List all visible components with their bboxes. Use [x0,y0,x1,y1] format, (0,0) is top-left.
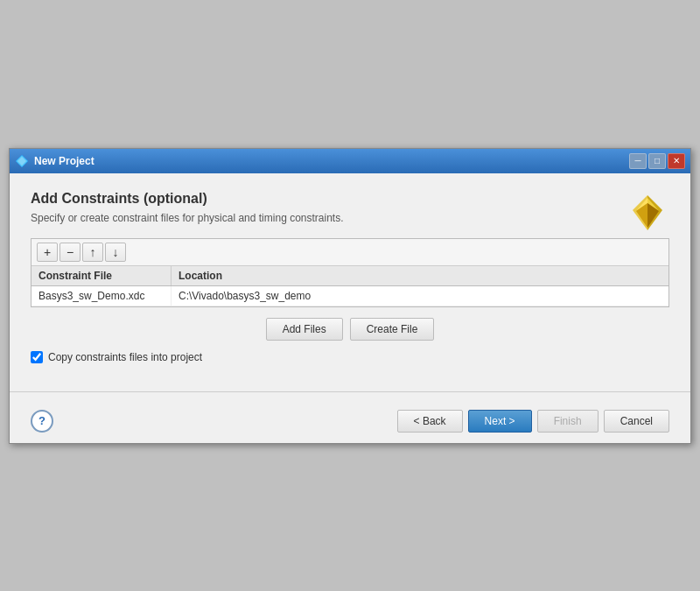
footer-divider [10,391,690,392]
column-header-constraint: Constraint File [32,266,172,285]
copy-constraints-checkbox[interactable] [31,351,43,363]
back-button[interactable]: < Back [397,410,463,433]
app-icon [15,154,29,168]
vivado-logo-svg [626,191,669,235]
window-title: New Project [34,155,94,167]
add-files-button[interactable]: Add Files [266,318,343,341]
footer: ? < Back Next > Finish Cancel [10,403,690,443]
title-bar-controls: ─ □ ✕ [629,153,685,169]
constraints-table-container: + − ↑ ↓ Constraint File Location Basys3_… [31,238,669,307]
move-down-button[interactable]: ↓ [105,243,126,262]
page-title: Add Constraints (optional) [31,191,344,207]
finish-button[interactable]: Finish [537,410,598,433]
new-project-window: New Project ─ □ ✕ Add Constraints (optio… [9,148,691,444]
action-buttons: Add Files Create File [31,318,669,341]
vivado-logo [626,191,669,237]
cell-constraint-file: Basys3_sw_Demo.xdc [32,286,172,306]
minimize-button[interactable]: ─ [629,153,647,169]
next-button[interactable]: Next > [468,410,532,433]
remove-constraint-button[interactable]: − [60,243,80,262]
move-up-button[interactable]: ↑ [82,243,103,262]
help-button[interactable]: ? [31,410,53,433]
close-button[interactable]: ✕ [668,153,685,169]
footer-left: ? [31,410,53,433]
header-text: Add Constraints (optional) Specify or cr… [31,191,344,238]
checkbox-row: Copy constraints files into project [31,351,669,363]
table-toolbar: + − ↑ ↓ [32,239,668,266]
column-header-location: Location [172,266,668,285]
table-body: Basys3_sw_Demo.xdc C:\Vivado\basys3_sw_d… [32,286,668,306]
content-area: Add Constraints (optional) Specify or cr… [10,173,690,391]
header-row: Add Constraints (optional) Specify or cr… [31,191,669,238]
create-file-button[interactable]: Create File [350,318,435,341]
copy-constraints-label: Copy constraints files into project [48,351,202,363]
table-row[interactable]: Basys3_sw_Demo.xdc C:\Vivado\basys3_sw_d… [32,286,668,306]
title-bar-left: New Project [15,154,94,168]
maximize-button[interactable]: □ [648,153,666,169]
page-subtitle: Specify or create constraint files for p… [31,212,344,224]
footer-right: < Back Next > Finish Cancel [397,410,669,433]
cancel-button[interactable]: Cancel [604,410,669,433]
title-bar: New Project ─ □ ✕ [10,149,690,173]
table-header: Constraint File Location [32,266,668,286]
add-constraint-button[interactable]: + [37,243,58,262]
cell-location: C:\Vivado\basys3_sw_demo [172,286,668,306]
